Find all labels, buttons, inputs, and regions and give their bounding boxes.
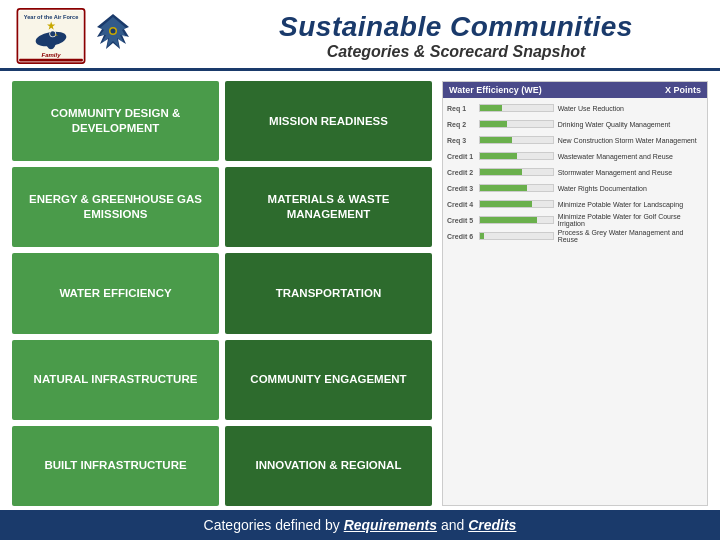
row-type-label: Req 3 [447, 137, 475, 144]
page: Year of the Air Force Family [0, 0, 720, 540]
row-type-label: Credit 2 [447, 169, 475, 176]
row-bar [479, 232, 554, 240]
scorecard-row: Credit 3Water Rights Documentation [447, 181, 703, 195]
category-materials-waste[interactable]: MATERIALS & WASTE MANAGEMENT [225, 167, 432, 247]
scorecard-row: Req 3New Construction Storm Water Manage… [447, 133, 703, 147]
row-type-label: Credit 4 [447, 201, 475, 208]
sub-title: Categories & Scorecard Snapshot [327, 43, 586, 61]
row-text: Minimize Potable Water for Golf Course I… [558, 213, 703, 227]
category-innovation-regional[interactable]: INNOVATION & REGIONAL [225, 426, 432, 506]
category-water-efficiency[interactable]: WATER EFFICIENCY [12, 253, 219, 333]
scorecard-panel: Water Efficiency (WE) X Points Req 1Wate… [442, 81, 708, 506]
wing-symbol [94, 9, 132, 64]
row-text: Wastewater Management and Reuse [558, 153, 703, 160]
row-type-label: Req 2 [447, 121, 475, 128]
row-text: New Construction Storm Water Management [558, 137, 703, 144]
scorecard-rows: Req 1Water Use ReductionReq 2Drinking Wa… [443, 98, 707, 505]
header-titles: Sustainable Communities Categories & Sco… [208, 11, 704, 61]
row-text: Water Use Reduction [558, 105, 703, 112]
row-text: Minimize Potable Water for Landscaping [558, 201, 703, 208]
scorecard-row: Credit 6Process & Grey Water Management … [447, 229, 703, 243]
category-built-infrastructure[interactable]: BUILT INFRASTRUCTURE [12, 426, 219, 506]
row-bar [479, 168, 554, 176]
scorecard-title: Water Efficiency (WE) [449, 85, 542, 95]
scorecard-row: Credit 4Minimize Potable Water for Lands… [447, 197, 703, 211]
row-type-label: Credit 3 [447, 185, 475, 192]
svg-point-12 [111, 28, 116, 33]
row-bar [479, 104, 554, 112]
row-bar [479, 184, 554, 192]
category-mission-readiness[interactable]: MISSION READINESS [225, 81, 432, 161]
row-bar [479, 152, 554, 160]
row-bar [479, 200, 554, 208]
row-bar [479, 216, 554, 224]
content-area: COMMUNITY DESIGN & DEVELOPMENTMISSION RE… [0, 71, 720, 510]
scorecard-row: Credit 1Wastewater Management and Reuse [447, 149, 703, 163]
row-type-label: Credit 5 [447, 217, 475, 224]
row-type-label: Req 1 [447, 105, 475, 112]
row-text: Process & Grey Water Management and Reus… [558, 229, 703, 243]
svg-text:Family: Family [41, 52, 61, 58]
logo-area: Year of the Air Force Family [16, 8, 196, 64]
category-transportation[interactable]: TRANSPORTATION [225, 253, 432, 333]
svg-point-6 [50, 31, 55, 36]
scorecard-header: Water Efficiency (WE) X Points [443, 82, 707, 98]
category-community-engagement[interactable]: COMMUNITY ENGAGEMENT [225, 340, 432, 420]
row-text: Stormwater Management and Reuse [558, 169, 703, 176]
scorecard-row: Req 1Water Use Reduction [447, 101, 703, 115]
category-natural-infrastructure[interactable]: NATURAL INFRASTRUCTURE [12, 340, 219, 420]
header: Year of the Air Force Family [0, 0, 720, 71]
row-type-label: Credit 1 [447, 153, 475, 160]
footer: Categories defined by Requirements and C… [0, 510, 720, 540]
svg-text:Year of the Air Force: Year of the Air Force [24, 14, 79, 20]
category-energy-greenhouse[interactable]: ENERGY & GREENHOUSE GAS EMISSIONS [12, 167, 219, 247]
scorecard-row: Credit 5Minimize Potable Water for Golf … [447, 213, 703, 227]
svg-rect-10 [19, 59, 83, 62]
row-type-label: Credit 6 [447, 233, 475, 240]
main-title: Sustainable Communities [279, 11, 633, 43]
categories-grid: COMMUNITY DESIGN & DEVELOPMENTMISSION RE… [12, 81, 432, 506]
scorecard-row: Req 2Drinking Water Quality Management [447, 117, 703, 131]
scorecard-points: X Points [665, 85, 701, 95]
row-text: Water Rights Documentation [558, 185, 703, 192]
row-text: Drinking Water Quality Management [558, 121, 703, 128]
category-community-design[interactable]: COMMUNITY DESIGN & DEVELOPMENT [12, 81, 219, 161]
scorecard-row: Credit 2Stormwater Management and Reuse [447, 165, 703, 179]
row-bar [479, 120, 554, 128]
air-force-logo: Year of the Air Force Family [16, 8, 86, 64]
footer-text: Categories defined by Requirements and C… [204, 517, 517, 533]
row-bar [479, 136, 554, 144]
